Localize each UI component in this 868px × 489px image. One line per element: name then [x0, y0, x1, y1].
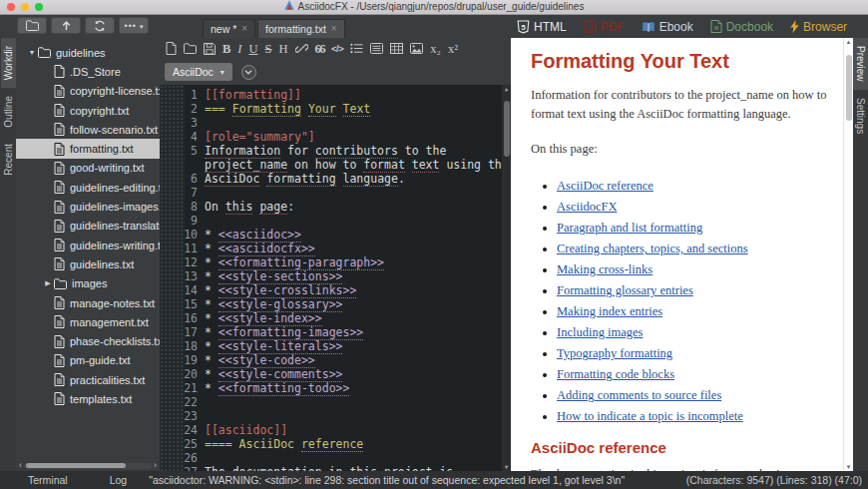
scroll-down-icon[interactable]: ▼ — [505, 463, 509, 471]
tab-close-icon[interactable]: × — [331, 24, 337, 34]
expander-closed-icon[interactable]: ▶ — [42, 279, 54, 287]
line-number: 2 — [160, 102, 205, 116]
new-file-icon[interactable] — [166, 42, 177, 55]
up-directory-button[interactable] — [51, 17, 81, 34]
toc-link-typography-formatting[interactable]: Typography formatting — [557, 346, 672, 360]
toc-link-making-cross-links[interactable]: Making cross-links — [557, 262, 652, 276]
tree-item-practicalities-txt[interactable]: practicalities.txt — [16, 370, 160, 389]
tree-item-label: guidelines-translating.txt — [70, 220, 160, 232]
rail-tab-settings[interactable]: Settings — [853, 90, 868, 142]
subscript-icon[interactable]: x₂ — [430, 43, 441, 55]
open-folder-button[interactable] — [17, 17, 47, 34]
link-icon[interactable] — [295, 42, 308, 55]
scrollbar-thumb[interactable] — [846, 55, 852, 121]
toc-link-how-to-indicate-a-topic-is-incomplete[interactable]: How to indicate a topic is incomplete — [557, 409, 743, 423]
tree-item-guidelines-txt[interactable]: guidelines.txt — [16, 254, 160, 273]
ebook-export-button[interactable]: Ebook — [642, 20, 693, 34]
toc-link-creating-chapters-topics-and-sections[interactable]: Creating chapters, topics, and sections — [557, 242, 748, 255]
scrollbar-thumb[interactable] — [26, 463, 126, 468]
toc-link-including-images[interactable]: Including images — [557, 325, 643, 339]
scroll-right-icon[interactable]: › — [152, 461, 159, 470]
code-icon[interactable]: </> — [331, 43, 343, 55]
rail-tab-preview[interactable]: Preview — [853, 38, 868, 90]
tree-item-guidelines-images-txt[interactable]: guidelines-images.txt — [16, 197, 160, 216]
scroll-up-icon[interactable]: ▲ — [846, 38, 852, 46]
scrollbar-track[interactable] — [844, 46, 853, 463]
tab-new[interactable]: new *× — [203, 19, 255, 38]
toc-link-paragraph-and-list-formatting[interactable]: Paragraph and list formatting — [557, 221, 702, 235]
tree-item-guidelines-writing-txt[interactable]: guidelines-writing.txt — [16, 236, 160, 254]
image-icon[interactable] — [410, 43, 423, 54]
scroll-left-icon[interactable]: ‹ — [17, 461, 24, 470]
tree-item-guidelines[interactable]: ▼guidelines — [16, 43, 160, 62]
code-token: * — [205, 325, 218, 339]
table-icon[interactable] — [390, 43, 403, 54]
code-token — [405, 158, 412, 172]
toc-link-making-index-entries[interactable]: Making index entries — [557, 304, 662, 318]
underline-icon[interactable]: U — [249, 43, 258, 55]
rail-tab-workdir[interactable]: Workdir — [1, 38, 16, 88]
preview-vertical-scrollbar[interactable]: ▲ ▼ — [843, 38, 853, 471]
expander-open-icon[interactable]: ▼ — [26, 49, 38, 56]
tree-item-follow-scenario-txt[interactable]: follow-scenario.txt — [16, 120, 160, 139]
scroll-down-icon[interactable]: ▼ — [846, 463, 852, 471]
zoom-window-button[interactable] — [35, 3, 43, 11]
log-tab[interactable]: Log — [110, 474, 128, 486]
syntax-mode-dropdown[interactable]: AsciiDoc ▾ — [165, 63, 232, 81]
tree-item-guidelines-editing-txt[interactable]: guidelines-editing.txt — [16, 178, 160, 197]
tree-item-manage-notes-txt[interactable]: manage-notes.txt — [16, 293, 160, 312]
tree-item-formatting-txt[interactable]: formatting.txt — [16, 139, 160, 158]
refresh-button[interactable] — [85, 17, 115, 34]
open-file-icon[interactable] — [184, 43, 197, 54]
line-content: project_name on how to format text using… — [205, 158, 509, 172]
browser-export-button[interactable]: Browser — [790, 20, 847, 34]
save-icon[interactable] — [204, 43, 216, 55]
scrollbar-thumb[interactable] — [504, 101, 510, 157]
tab-close-icon[interactable]: × — [241, 24, 247, 34]
tree-item-good-writing-txt[interactable]: good-writing.txt — [16, 159, 160, 178]
editor-vertical-scrollbar[interactable]: ▲ ▼ — [502, 85, 511, 471]
scrollbar-track[interactable] — [24, 463, 152, 469]
code-editor[interactable]: 1[[formatting]]2=== Formatting Your Text… — [160, 85, 511, 471]
tree-horizontal-scrollbar[interactable]: ‹ › — [17, 461, 159, 470]
strikethrough-icon[interactable]: S — [265, 43, 272, 55]
more-options-button[interactable]: •••▾ — [119, 17, 149, 34]
toc-link-adding-comments-to-source-files[interactable]: Adding comments to source files — [557, 388, 721, 402]
line-number — [160, 158, 205, 172]
heading-icon[interactable]: H — [279, 43, 288, 55]
tree-item-phase-checklists-txt[interactable]: phase-checklists.txt — [16, 331, 160, 350]
tree-item-ds-store[interactable]: .DS_Store — [16, 62, 160, 81]
tree-item-pm-guide-txt[interactable]: pm-guide.txt — [16, 351, 160, 370]
tree-item-guidelines-translating-txt[interactable]: guidelines-translating.txt — [16, 217, 160, 236]
rail-tab-outline[interactable]: Outline — [1, 88, 16, 136]
minimize-window-button[interactable] — [21, 3, 29, 11]
superscript-icon[interactable]: x² — [448, 43, 458, 55]
tab-formatting-txt[interactable]: formatting.txt× — [257, 19, 345, 38]
html-export-button[interactable]: 5HTML — [517, 20, 567, 34]
toc-link-formatting-glossary-entries[interactable]: Formatting glossary entries — [557, 283, 693, 297]
toc-link-formatting-code-blocks[interactable]: Formatting code blocks — [557, 367, 674, 381]
blockquote-icon[interactable]: 66 — [315, 43, 325, 55]
tree-item-management-txt[interactable]: management.txt — [16, 312, 160, 331]
pdf-export-button[interactable]: PDF — [584, 20, 625, 34]
terminal-tab[interactable]: Terminal — [28, 474, 68, 486]
tree-item-templates-txt[interactable]: templates.txt — [16, 389, 160, 408]
bullet-list-icon[interactable] — [350, 43, 363, 54]
docbook-export-button[interactable]: wDocbook — [710, 20, 773, 34]
italic-icon[interactable]: I — [237, 43, 241, 55]
scroll-up-icon[interactable]: ▲ — [505, 85, 509, 93]
export-button-label: Ebook — [659, 20, 693, 34]
file-icon — [54, 181, 65, 194]
toc-link-asciidocfx[interactable]: AsciidocFX — [557, 200, 617, 214]
tree-item-copyright-license-txt[interactable]: copyright-license.txt — [16, 82, 160, 101]
close-window-button[interactable] — [7, 3, 15, 11]
rail-tab-recent[interactable]: Recent — [1, 136, 16, 184]
scrollbar-track[interactable] — [502, 93, 511, 463]
toc-link-asciidoc-reference[interactable]: AsciiDoc reference — [557, 179, 653, 193]
tree-item-copyright-txt[interactable]: copyright.txt — [16, 101, 160, 120]
numbered-list-icon[interactable] — [370, 43, 383, 54]
collapse-toolbar-button[interactable] — [241, 65, 256, 80]
preview-subheading: AsciiDoc reference — [531, 439, 829, 456]
bold-icon[interactable]: B — [222, 43, 230, 55]
tree-item-images[interactable]: ▶images — [16, 274, 160, 293]
